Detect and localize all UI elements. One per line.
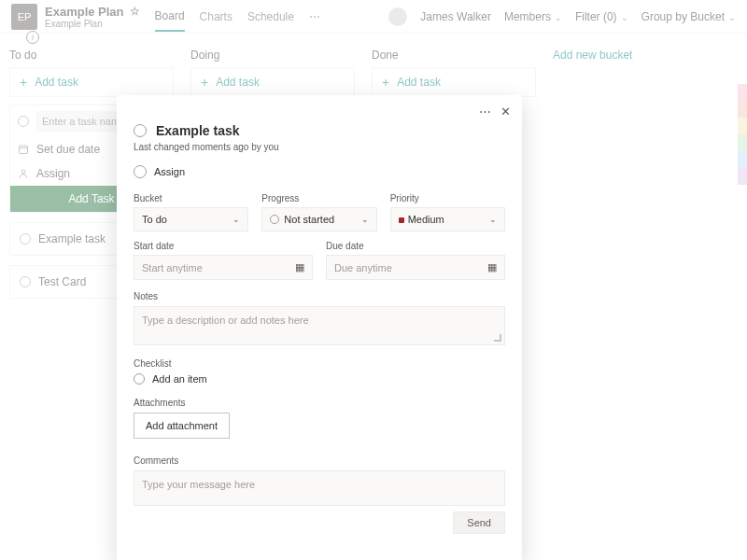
calendar-icon: ▦ (487, 261, 497, 273)
checklist-label: Checklist (134, 358, 505, 369)
more-icon[interactable]: ⋯ (479, 105, 491, 119)
bucket-label: Bucket (134, 193, 248, 203)
close-icon[interactable]: ✕ (500, 105, 511, 119)
notes-input[interactable]: Type a description or add notes here (134, 306, 505, 345)
comments-label: Comments (134, 455, 505, 466)
send-button[interactable]: Send (453, 511, 505, 534)
due-date-input[interactable]: Due anytime▦ (326, 255, 505, 280)
task-dialog: ⋯✕ Example task Last changed moments ago… (117, 95, 522, 560)
due-date-label: Due date (326, 241, 505, 251)
add-attachment-button[interactable]: Add attachment (134, 413, 230, 439)
progress-label: Progress (261, 193, 376, 203)
calendar-icon: ▦ (295, 261, 304, 273)
progress-select[interactable]: Not started⌄ (261, 207, 376, 231)
person-icon (134, 165, 147, 178)
assign-button[interactable]: Assign (134, 165, 505, 178)
last-modified: Last changed moments ago by you (134, 142, 505, 152)
start-date-input[interactable]: Start anytime▦ (134, 255, 313, 280)
priority-select[interactable]: Medium⌄ (390, 207, 505, 231)
comment-input[interactable]: Type your message here (134, 470, 505, 506)
complete-toggle[interactable] (134, 124, 147, 137)
priority-label: Priority (390, 193, 505, 203)
circle-icon (134, 373, 145, 385)
priority-icon (399, 217, 404, 223)
attachments-label: Attachments (134, 398, 505, 408)
checklist-add[interactable]: Add an item (134, 373, 505, 385)
start-date-label: Start date (134, 241, 313, 251)
notes-label: Notes (134, 291, 505, 301)
bucket-select[interactable]: To do⌄ (134, 207, 248, 231)
task-title[interactable]: Example task (156, 123, 240, 138)
